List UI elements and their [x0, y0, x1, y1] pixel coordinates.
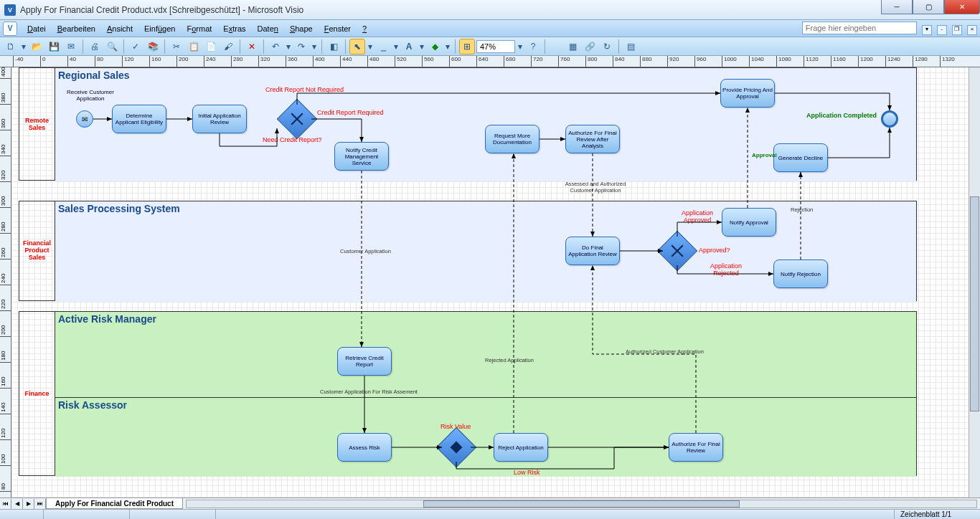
delete-button[interactable]: ✕ — [244, 39, 260, 54]
dropdown-icon[interactable]: ▾ — [444, 39, 451, 54]
task-authorize-final-review-2[interactable]: Authorize For Final Review — [669, 433, 723, 462]
menu-datei[interactable]: Datei — [22, 22, 52, 35]
help-search-input[interactable] — [802, 22, 917, 34]
open-button[interactable]: 📂 — [29, 39, 44, 54]
task-authorize-final-review[interactable]: Authorize For Final Review After Analysi… — [565, 125, 620, 153]
task-notify-rejection[interactable]: Notify Rejection — [773, 260, 828, 288]
tab-nav-prev[interactable]: ◀ — [11, 499, 23, 509]
task-assess-risk[interactable]: Assess Risk — [337, 433, 392, 462]
gateway-approved[interactable] — [663, 237, 692, 265]
insert-button[interactable]: ▤ — [623, 39, 639, 54]
shapes-button[interactable]: ◧ — [326, 39, 341, 54]
cut-button[interactable]: ✂ — [169, 39, 184, 54]
dropdown-icon[interactable]: ▾ — [517, 39, 524, 54]
doc-minimize-button[interactable]: - — [937, 25, 947, 35]
lane-title: Sales Processing System — [58, 203, 180, 214]
research-button[interactable]: 📚 — [145, 39, 161, 54]
task-request-more-docs[interactable]: Request More Documentation — [485, 125, 540, 153]
lane-risk-assessor[interactable]: Risk Assessor — [55, 398, 916, 477]
doc-close-button[interactable]: × — [967, 25, 977, 35]
gateway-need-credit-report[interactable] — [283, 105, 311, 133]
pool-header: Financial Product Sales — [19, 201, 55, 300]
task-generate-decline[interactable]: Generate Decline — [773, 143, 828, 172]
window-title: Apply For Financial Credit Product.vdx [… — [20, 5, 976, 15]
tab-nav-last[interactable]: ⏭ — [34, 499, 46, 509]
drawing-canvas[interactable]: Remote Sales Regional Sales Financial Pr… — [11, 67, 969, 497]
status-cell — [129, 510, 215, 519]
gateway-risk-value[interactable] — [442, 433, 471, 462]
tab-nav-next[interactable]: ▶ — [23, 499, 34, 509]
menu-fenster[interactable]: Fenster — [319, 22, 357, 35]
menu-bar: V Datei Bearbeiten Ansicht Einfügen Form… — [0, 20, 980, 37]
doc-restore-button[interactable]: ❐ — [952, 25, 962, 35]
task-determine-eligibility[interactable]: Determine Applicant Eligibility — [112, 105, 166, 133]
menu-format[interactable]: Format — [181, 22, 217, 35]
lane-active-risk[interactable]: Active Risk Manager — [55, 312, 916, 398]
paste-button[interactable]: 📄 — [203, 39, 219, 54]
print-button[interactable]: 🖨 — [87, 39, 103, 54]
dropdown-icon[interactable]: ▾ — [392, 39, 400, 54]
task-retrieve-credit-report[interactable]: Retrieve Credit Report — [337, 347, 392, 376]
fill-button[interactable]: ◆ — [427, 39, 443, 54]
dropdown-icon[interactable]: ▾ — [922, 25, 932, 35]
print-preview-button[interactable]: 🔍 — [104, 39, 120, 54]
end-event[interactable] — [881, 110, 898, 128]
dropdown-icon[interactable]: ▾ — [367, 39, 374, 54]
redo-button[interactable]: ↷ — [293, 39, 309, 54]
menu-bearbeiten[interactable]: Bearbeiten — [52, 22, 101, 35]
sheet-tab[interactable]: Apply For Financial Credit Product — [46, 498, 183, 509]
menu-extras[interactable]: Extras — [217, 22, 251, 35]
text-tool-button[interactable]: A — [401, 39, 417, 54]
pool-header: Finance — [19, 312, 55, 475]
task-provide-pricing[interactable]: Provide Pricing And Approval — [720, 79, 775, 108]
refresh-data-button[interactable]: ↻ — [599, 39, 615, 54]
vertical-scrollbar[interactable] — [969, 67, 980, 497]
menu-daten[interactable]: Daten — [252, 22, 284, 35]
maximize-button[interactable]: ▢ — [913, 0, 944, 14]
minimize-button[interactable]: ─ — [881, 0, 913, 14]
save-button[interactable]: 💾 — [46, 39, 62, 54]
flow-label: Credit Report Required — [317, 109, 384, 116]
dropdown-icon[interactable]: ▾ — [418, 39, 425, 54]
mail-button[interactable]: ✉ — [63, 39, 79, 54]
task-initial-review[interactable]: Initial Application Review — [192, 105, 247, 133]
dropdown-icon[interactable]: ▾ — [285, 39, 292, 54]
menu-einfuegen[interactable]: Einfügen — [138, 22, 181, 35]
link-button[interactable]: 🔗 — [582, 39, 598, 54]
lane-title: Active Risk Manager — [58, 313, 156, 325]
task-notify-credit-service[interactable]: Notify Credit Management Service — [334, 142, 389, 171]
flow-label: Rejection — [791, 206, 813, 213]
task-notify-approval[interactable]: Notify Approval — [722, 208, 776, 237]
start-event[interactable]: ✉ — [76, 110, 93, 128]
visio-icon[interactable]: V — [3, 22, 17, 36]
undo-button[interactable]: ↶ — [268, 39, 283, 54]
copy-button[interactable]: 📋 — [186, 39, 202, 54]
scrollbar-thumb[interactable] — [970, 196, 979, 411]
close-button[interactable]: ✕ — [944, 0, 980, 14]
menu-shape[interactable]: Shape — [284, 22, 319, 35]
horizontal-scrollbar[interactable] — [186, 500, 977, 508]
sheet-tab-bar: ⏮ ◀ ▶ ⏭ Apply For Financial Credit Produ… — [0, 497, 980, 509]
snap-button[interactable]: ⊞ — [459, 39, 475, 54]
zoom-combo[interactable]: 47% — [476, 40, 515, 53]
task-do-final-review[interactable]: Do Final Application Review — [565, 237, 620, 265]
tab-nav-first[interactable]: ⏮ — [0, 499, 11, 509]
msg-label: Authorized Customer Application — [626, 348, 704, 355]
msg-label: Customer Application — [340, 248, 391, 254]
format-painter-button[interactable]: 🖌 — [220, 39, 236, 54]
data-graphic-button[interactable]: ▦ — [565, 39, 580, 54]
task-reject-application[interactable]: Reject Application — [494, 433, 548, 462]
scrollbar-thumb[interactable] — [423, 500, 739, 508]
connector-tool-button[interactable]: ⎯ — [375, 39, 391, 54]
lane-title: Risk Assessor — [58, 399, 127, 411]
spellcheck-button[interactable]: ✓ — [128, 39, 143, 54]
gateway-label: Approved? — [699, 247, 730, 254]
pointer-tool-button[interactable]: ⬉ — [349, 39, 365, 54]
flow-label: Credit Report Not Required — [265, 86, 344, 93]
help-button[interactable]: ? — [525, 39, 541, 54]
dropdown-icon[interactable]: ▾ — [311, 39, 318, 54]
menu-help[interactable]: ? — [357, 22, 372, 35]
menu-ansicht[interactable]: Ansicht — [101, 22, 138, 35]
new-button[interactable]: 🗋 — [3, 39, 19, 54]
dropdown-icon[interactable]: ▾ — [20, 39, 27, 54]
